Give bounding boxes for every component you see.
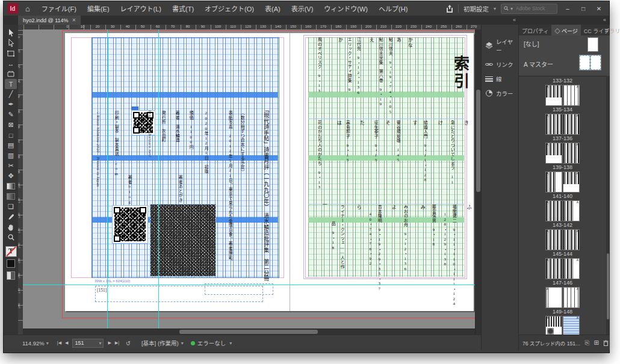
content-collector-tool[interactable] (5, 69, 17, 79)
page-thumbnail[interactable]: A (563, 171, 580, 193)
scrollbar-thumb[interactable] (476, 90, 480, 192)
vertical-guide[interactable] (107, 29, 108, 329)
eyedropper-tool[interactable] (5, 212, 17, 222)
share-icon[interactable] (446, 5, 453, 13)
spread-label[interactable]: 143-142 (550, 222, 575, 228)
dock-panel-リンク[interactable]: リンク (482, 57, 519, 72)
pages-panel-spread-145-144[interactable]: AA145-144 (519, 229, 606, 258)
document-viewport[interactable]: 39W x 16L = 624(210) [151] 「現代詩手帖」詩書月評（一… (23, 29, 475, 329)
pen-tool[interactable]: ✒ (5, 99, 17, 110)
page-thumbnail[interactable]: A (563, 316, 580, 335)
page-thumbnail[interactable]: A (563, 85, 580, 106)
spread-label[interactable]: 145-144 (550, 251, 575, 257)
preflight-status-label[interactable]: エラーなし (197, 339, 226, 347)
page-tool[interactable] (5, 48, 17, 58)
spread-label[interactable]: 135-134 (550, 106, 575, 113)
note-tool[interactable]: ❏ (5, 202, 17, 212)
spread-label[interactable]: 137-136 (550, 135, 575, 141)
zoom-level-select[interactable]: 114.92% (22, 340, 45, 347)
workspace-switcher[interactable]: 初期設定 (463, 4, 489, 13)
first-page-button[interactable]: |◀ (57, 341, 61, 345)
page-thumbnail[interactable]: A (545, 200, 562, 221)
pages-panel-spread-151-150[interactable]: AA151-150 (519, 315, 606, 335)
pages-panel-spread-137-136[interactable]: AA137-136 (519, 113, 606, 142)
scrollbar-thumb[interactable] (607, 253, 609, 319)
collapse-dock-icon[interactable]: « (603, 17, 606, 23)
delete-page-icon[interactable] (603, 340, 609, 346)
pages-panel-scrollbar[interactable] (606, 76, 610, 335)
type-tool[interactable]: T (5, 79, 17, 89)
page-thumbnail[interactable]: A (563, 229, 580, 250)
menu-オブジェクト(O)[interactable]: オブジェクト(O) (199, 1, 259, 16)
tab-close-icon[interactable]: ✕ (72, 17, 76, 23)
stroke-swatch[interactable] (7, 259, 15, 268)
qr-code-large[interactable] (112, 205, 148, 244)
page-thumbnail[interactable]: A (545, 287, 562, 308)
last-page-button[interactable]: ▶| (115, 341, 119, 345)
menu-ウィンドウ(W)[interactable]: ウィンドウ(W) (318, 1, 373, 16)
page-thumbnail[interactable]: A (563, 143, 580, 164)
pages-panel-spread-149-148[interactable]: AA149-148 (519, 286, 606, 315)
reload-icon[interactable]: ↺ (126, 340, 131, 347)
menu-編集(E)[interactable]: 編集(E) (82, 1, 115, 16)
page-thumbnail[interactable]: A (563, 258, 580, 279)
pages-panel-spread-133-132[interactable]: 133-132 (519, 77, 606, 84)
preflight-profile-select[interactable]: [基本] (作業用) (141, 339, 179, 347)
panel-menu-icon[interactable]: ≡ (605, 28, 608, 34)
line-tool[interactable]: ╱ (5, 89, 17, 99)
vertical-grid-tool[interactable]: ▥ (5, 150, 17, 161)
stock-search-box[interactable]: ▾ (501, 4, 557, 14)
page-number-field[interactable]: 151 ▾ (72, 339, 104, 348)
page-thumbnail[interactable]: A (545, 229, 562, 250)
spread-label[interactable]: 133-132 (550, 78, 575, 84)
direct-selection-tool[interactable] (5, 38, 17, 48)
page-thumbnail[interactable]: A (545, 258, 562, 279)
page-thumbnail[interactable]: A (563, 287, 580, 308)
search-input[interactable] (515, 5, 553, 12)
close-button[interactable]: ✕ (594, 5, 604, 12)
pencil-tool[interactable]: ✎ (5, 110, 17, 120)
spread-label[interactable]: 141-140 (550, 193, 575, 199)
vertical-guide[interactable] (158, 29, 159, 329)
menu-ヘルプ(H)[interactable]: ヘルプ(H) (373, 1, 413, 16)
screen-mode-button[interactable] (7, 271, 15, 280)
pages-panel-spread-139-138[interactable]: AA139-138 (519, 142, 606, 171)
rectangle-frame-tool[interactable]: ⊠ (5, 120, 17, 130)
page-thumbnail[interactable]: A (545, 316, 562, 335)
dock-panel-カラー[interactable]: カラー (482, 86, 519, 100)
minimize-button[interactable]: – (562, 5, 573, 12)
spread-label[interactable]: 149-148 (550, 309, 575, 315)
rectangle-tool[interactable]: □ (5, 130, 17, 140)
indesign-logo-icon[interactable]: Id (7, 3, 18, 14)
scissors-tool[interactable]: ✂ (5, 161, 17, 171)
panel-tab-ページ[interactable]: ◇ ページ (551, 25, 580, 35)
spread-label[interactable]: 147-146 (550, 280, 575, 286)
master-none-label[interactable]: [なし] (524, 39, 539, 48)
zoom-tool[interactable] (5, 232, 17, 242)
master-a-label[interactable]: A マスター (524, 60, 553, 69)
pages-panel-spread-135-134[interactable]: AA135-134 (519, 84, 606, 113)
menu-ファイル(F)[interactable]: ファイル(F) (36, 1, 82, 16)
maximize-button[interactable]: □ (578, 5, 589, 12)
dock-panel-レイヤー[interactable]: レイヤー (482, 34, 519, 57)
panel-tab-プロパティ[interactable]: プロパティ (519, 25, 551, 35)
page-thumbnail[interactable]: A (563, 114, 580, 135)
scrollbar-thumb[interactable] (179, 330, 318, 334)
panel-tab-CC ライブラリ[interactable]: CC ライブラリ (581, 25, 620, 35)
fill-proxy-text-none[interactable]: T (5, 246, 17, 257)
menu-表(A)[interactable]: 表(A) (259, 1, 286, 16)
pages-panel-spread-141-140[interactable]: AA141-140 (519, 171, 606, 200)
horizontal-grid-tool[interactable]: ▤ (5, 140, 17, 150)
document-tab[interactable]: hyo2.indd @ 114% ✕ (18, 16, 81, 25)
gradient-swatch-tool[interactable] (5, 181, 17, 191)
edit-page-size-icon[interactable]: ⎘ (584, 339, 589, 347)
master-none-thumbnail[interactable] (587, 37, 598, 52)
page-thumbnail[interactable]: A (545, 114, 562, 135)
spread-label[interactable]: 139-138 (550, 164, 575, 170)
previous-page-button[interactable]: ◀ (65, 341, 68, 345)
gap-tool[interactable]: ↔ (5, 58, 17, 69)
page-thumbnail[interactable]: A (545, 171, 562, 193)
dock-panel-線[interactable]: 線 (482, 72, 519, 86)
next-page-button[interactable]: ▶ (108, 341, 111, 345)
eclipse-photo-image[interactable] (150, 204, 216, 277)
